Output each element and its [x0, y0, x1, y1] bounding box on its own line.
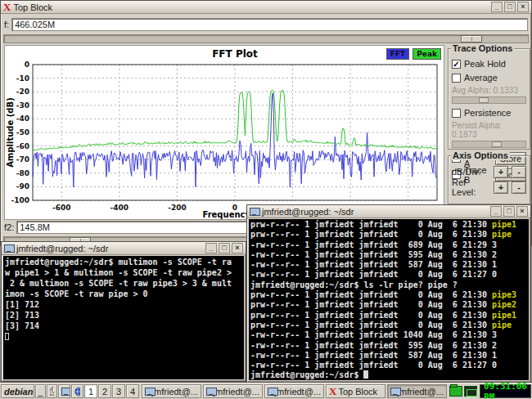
terminal-line: -rw-r--r-- 1 jmfriedt jmfriedt 595 Aug 6… [250, 250, 527, 260]
terminal-line: imon -s SCOPE -t raw pipe > 0 [5, 289, 242, 299]
top-block-titlebar[interactable]: X Top Block _ □ × [1, 1, 531, 14]
task-button-label: jmfriedt@... [214, 387, 259, 397]
axis-options-group: Axis Options dB/Div: + - Ref Level: + - [448, 155, 530, 204]
svg-text:-10: -10 [16, 74, 29, 83]
minimize-button[interactable]: _ [490, 206, 502, 217]
workspace-button-4[interactable]: 4 [126, 384, 139, 398]
db-div-plus-button[interactable]: + [494, 166, 508, 178]
show-desktop-icon: _ [38, 387, 43, 397]
maximize-button[interactable]: □ [503, 206, 515, 217]
show-desktop-button[interactable]: _ [35, 384, 46, 398]
legend-peak: Peak [413, 48, 441, 60]
terminal-line: [3] 714 [5, 321, 242, 331]
average-checkbox[interactable] [452, 74, 461, 83]
terminal-right-content[interactable]: prw-r--r-- 1 jmfriedt jmfriedt 0 Aug 6 2… [249, 219, 529, 380]
svg-text:Frequency: Frequency [202, 210, 250, 219]
close-button[interactable]: × [516, 206, 528, 217]
tray-mail-icon[interactable] [464, 386, 477, 397]
avg-alpha-thumb[interactable] [479, 97, 489, 103]
workspace-switcher: 1234 [84, 384, 139, 398]
taskbar-clock: 09:31:06 PM [480, 384, 531, 398]
terminal-window-right: jmfriedt@rugged: ~/sdr _ □ × prw-r--r-- … [246, 204, 531, 383]
terminal-line: w pipe1 > 1 & multimon -s SCOPE -t raw p… [5, 267, 242, 278]
f2-label: f2: [4, 222, 14, 232]
minimize-button[interactable]: _ [491, 2, 503, 12]
terminal-line: -rw-r--r-- 1 jmfriedt jmfriedt 1040 Aug … [250, 330, 527, 340]
terminal-line: prw-r--r-- 1 jmfriedt jmfriedt 0 Aug 6 2… [250, 300, 527, 310]
close-button[interactable]: × [517, 2, 529, 12]
average-label: Average [464, 73, 498, 83]
terminal-line: -rw-r--r-- 1 jmfriedt jmfriedt 595 Aug 6… [250, 341, 527, 351]
svg-text:-70: -70 [16, 155, 29, 164]
terminal-cursor [363, 370, 368, 379]
terminal-line: prw-r--r-- 1 jmfriedt jmfriedt 0 Aug 6 2… [250, 290, 527, 300]
avg-alpha-label: Avg Alpha: 0.1333 [452, 86, 526, 95]
fft-plot-chart: -600-400-20002004006000-10-20-30-40-50-6… [5, 46, 444, 219]
freq-slider[interactable] [3, 34, 529, 43]
task-button-label: jmfriedt@... [152, 387, 198, 397]
svg-text:-30: -30 [16, 101, 29, 110]
terminal-line: jmfriedt@rugged:~/sdr$ ls -lr pipe? pipe… [250, 280, 527, 290]
maximize-button[interactable]: □ [504, 2, 516, 12]
svg-text:-80: -80 [16, 169, 29, 177]
avg-alpha-slider[interactable] [452, 96, 526, 104]
svg-text:0: 0 [25, 61, 29, 69]
terminal-line: prw-r--r-- 1 jmfriedt jmfriedt 0 Aug 6 2… [250, 220, 527, 230]
legend-fft: FFT [386, 48, 409, 60]
task-button[interactable]: jmfriedt@... [264, 384, 324, 398]
terminal-line: -rw-r--r-- 1 jmfriedt jmfriedt 0 Aug 6 2… [250, 270, 527, 280]
f-input[interactable]: 466.025M [11, 18, 528, 31]
close-button[interactable]: × [232, 243, 243, 253]
terminal-icon [61, 388, 67, 396]
svg-text:-600: -600 [52, 204, 71, 212]
maximize-button[interactable]: □ [219, 243, 230, 253]
peak-hold-checkbox[interactable]: ✓ [452, 60, 461, 69]
browser-launcher-button[interactable] [71, 384, 83, 398]
freq-slider-thumb[interactable] [461, 35, 482, 43]
task-button[interactable]: XTop Block [326, 384, 385, 398]
terminal-line: 2 & multimon -s SCOPE -t raw pipe3 > 3 &… [5, 278, 242, 289]
terminal-left-content[interactable]: jmfriedt@rugged:~/sdr$ multimon -s SCOPE… [3, 256, 244, 379]
task-button[interactable]: jmfriedt@... [203, 384, 263, 398]
terminal-icon [145, 388, 151, 396]
svg-text:-60: -60 [16, 142, 29, 150]
minimize-button[interactable]: _ [205, 243, 217, 253]
persist-alpha-thumb[interactable] [492, 141, 502, 147]
terminal-cursor [5, 333, 9, 340]
persistence-checkbox[interactable] [452, 109, 461, 118]
terminal-right-titlebar[interactable]: jmfriedt@rugged: ~/sdr _ □ × [247, 205, 530, 218]
task-button[interactable]: jmfriedt@... [387, 384, 447, 398]
ref-level-plus-button[interactable]: + [494, 182, 508, 194]
task-button-area: jmfriedt@...jmfriedt@...jmfriedt@...XTop… [142, 384, 447, 398]
terminal-icon [4, 244, 14, 253]
fft-plot-panel: -600-400-20002004006000-10-20-30-40-50-6… [4, 45, 444, 220]
workspace-button-1[interactable]: 1 [84, 384, 97, 398]
window-list-button[interactable] [47, 384, 57, 398]
terminal-line: prw-r--r-- 1 jmfriedt jmfriedt 0 Aug 6 2… [250, 311, 527, 321]
terminal-line: prw-r--r-- 1 jmfriedt jmfriedt 0 Aug 6 2… [250, 321, 527, 330]
workspace-button-3[interactable]: 3 [112, 384, 125, 398]
terminal-launcher-button[interactable] [58, 384, 70, 398]
terminal-icon [250, 208, 259, 216]
persist-alpha-label: Persist Alpha: 0.1873 [452, 121, 526, 139]
terminal-icon [206, 388, 212, 396]
task-button[interactable]: jmfriedt@... [142, 384, 201, 398]
ref-level-minus-button[interactable]: - [512, 182, 526, 194]
axis-options-title: Axis Options [451, 150, 510, 160]
frequency-row: f: 466.025M [2, 17, 530, 32]
plot-legend: FFT Peak [386, 48, 441, 60]
tray-folder-icon[interactable] [449, 386, 462, 397]
debian-menu-button[interactable]: debian @ [1, 384, 34, 398]
terminal-line: prw-r--r-- 1 jmfriedt jmfriedt 0 Aug 6 2… [250, 230, 527, 240]
x11-icon: X [3, 2, 11, 12]
db-div-minus-button[interactable]: - [512, 166, 526, 178]
workspace-button-2[interactable]: 2 [98, 384, 111, 398]
debian-menu-label: debian [4, 387, 33, 397]
terminal-left-titlebar[interactable]: jmfriedt@rugged: ~/sdr _ □ × [2, 242, 246, 255]
trace-options-group: Trace Options ✓ Peak Hold Average Avg Al… [448, 48, 530, 150]
persist-alpha-slider[interactable] [452, 141, 526, 148]
terminal-line: [1] 712 [5, 299, 242, 310]
ref-level-label: Ref Level: [452, 177, 490, 197]
system-tray [448, 386, 479, 397]
terminal-line: jmfriedt@rugged:~/sdr$ multimon -s SCOPE… [5, 257, 242, 267]
